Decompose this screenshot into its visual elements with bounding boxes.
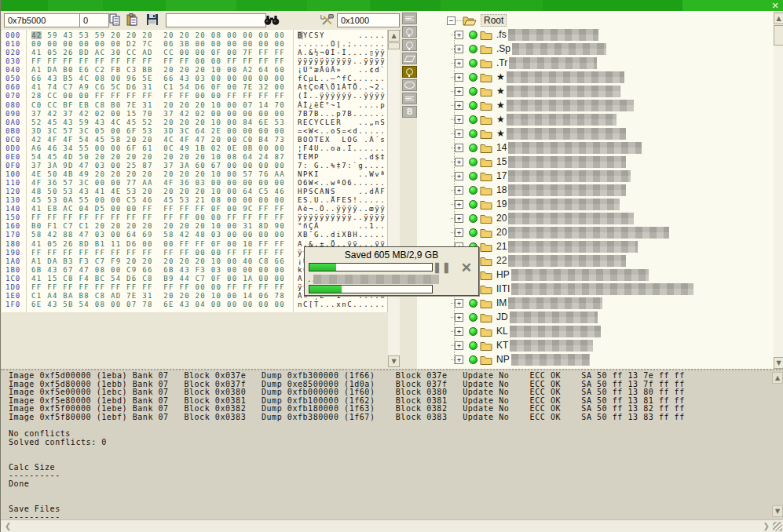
tree-root-row[interactable]: − Root xyxy=(447,13,507,27)
hex-bytes[interactable]: 3D 3C 57 3C 05 00 6F 53 3D 3C 64 2E 00 0… xyxy=(31,127,292,136)
expand-icon[interactable]: + xyxy=(455,129,463,138)
hex-bytes[interactable]: FF FF FF FF FF FF FF FF FF FF 00 00 FF F… xyxy=(31,57,292,66)
hex-ascii[interactable]: BOOTEX LOG .À´s xyxy=(298,136,387,144)
hex-bytes[interactable]: 48 50 53 43 41 4E 53 20 20 20 20 10 00 6… xyxy=(31,188,292,196)
tree-item[interactable]: +.Tr xyxy=(451,56,597,70)
expand-icon[interactable]: + xyxy=(455,228,463,237)
hex-bytes[interactable]: 42 59 43 53 59 20 20 20 20 20 20 08 00 0… xyxy=(31,31,292,40)
tree-item[interactable]: +★ xyxy=(451,126,626,140)
hex-ascii[interactable]: ÀÌ¿ëÈ°~1 ....p xyxy=(298,101,387,110)
hex-ascii[interactable]: ¦F4U..oa.I...... xyxy=(298,144,387,153)
tree-item[interactable]: +IITI xyxy=(451,282,693,296)
log-scroll-down-icon[interactable]: ▼ xyxy=(772,505,783,517)
expand-icon[interactable]: + xyxy=(455,355,463,364)
hex-row[interactable]: 1004E 50 4B 49 20 20 20 20 20 20 20 10 0… xyxy=(2,170,387,179)
dialog-close-icon[interactable]: ✕ xyxy=(461,260,472,276)
offset-input[interactable] xyxy=(79,13,109,27)
tree-item[interactable]: +★ xyxy=(451,98,634,112)
hex-row[interactable]: 02041 05 26 BD AC 30 CC AD CC 00 00 0F 0… xyxy=(2,49,387,57)
tree-item[interactable]: +17 xyxy=(451,169,631,183)
tree-scrollbar[interactable] xyxy=(774,13,783,369)
hex-row[interactable]: 0C042 4F 4F 54 45 58 20 20 4C 4F 47 20 0… xyxy=(2,136,387,144)
resize-grip[interactable] xyxy=(773,522,782,531)
tree-item[interactable]: +★ xyxy=(451,84,620,98)
hex-bytes[interactable]: 41 E8 AC 04 D5 00 00 FF FF FF FF 0F 00 9… xyxy=(31,205,292,213)
hex-ascii[interactable]: NPKI ..Wvª xyxy=(298,170,387,179)
hex-ascii[interactable]: AtÇ©Æ\Ö1ÁTÖ..~2. xyxy=(298,83,387,92)
hex-ascii[interactable]: (Ì..ÿÿÿÿÿÿ..ÿÿÿÿ xyxy=(298,92,387,100)
hex-bytes[interactable]: 41 05 26 BD AC 30 CC AD CC 00 00 0F 00 7… xyxy=(31,49,292,57)
hex-bytes[interactable]: A1 DA B0 E6 C2 FB C3 BB 20 20 20 10 00 A… xyxy=(31,66,292,75)
hex-bytes[interactable]: 28 CC 00 00 FF FF FF FF FF FF 00 00 FF F… xyxy=(31,92,292,100)
paste-icon[interactable] xyxy=(125,13,139,27)
hex-ascii[interactable]: fCµL..–^fC...... xyxy=(298,75,387,83)
tree-item[interactable]: +20 xyxy=(451,211,634,225)
hex-bytes[interactable]: 58 42 88 47 03 00 64 69 58 42 48 03 00 0… xyxy=(31,231,292,239)
expand-icon[interactable]: + xyxy=(455,327,463,336)
hex-bytes[interactable]: 00 00 00 00 00 00 D2 7C 06 3B 00 00 00 0… xyxy=(31,40,292,49)
side-button-letter-b[interactable]: B xyxy=(402,106,417,118)
hex-bytes[interactable]: A1 DA B3 F3 C7 F9 20 20 20 20 20 10 00 4… xyxy=(31,257,292,266)
pause-icon[interactable]: ❚❚ xyxy=(433,261,452,273)
expand-icon[interactable]: + xyxy=(455,101,463,110)
hex-row[interactable]: 14041 E8 AC 04 D5 00 00 FF FF FF FF 0F 0… xyxy=(2,205,387,213)
hex-scroll-thumb[interactable] xyxy=(388,42,400,49)
hex-row[interactable]: 160B0 F1 C7 C1 20 20 20 20 20 20 20 10 0… xyxy=(2,222,387,231)
hex-row[interactable]: 040A1 DA B0 E6 C2 FB C3 BB 20 20 20 10 0… xyxy=(2,66,387,75)
side-button-bulb[interactable] xyxy=(402,26,417,38)
hex-scroll-up-icon[interactable]: ▲ xyxy=(388,30,400,42)
hex-row[interactable]: 030FF FF FF FF FF FF FF FF FF FF 00 00 F… xyxy=(2,57,387,66)
hex-row[interactable]: 09037 42 37 42 02 00 15 70 37 42 02 00 0… xyxy=(2,110,387,118)
tree-item[interactable]: +15 xyxy=(451,155,626,169)
tree-item[interactable]: +★ xyxy=(451,70,624,84)
hex-ascii[interactable]: 7: G..%‡7:`g.... xyxy=(298,162,387,170)
hex-ascii[interactable]: XBˆG..diXBH..... xyxy=(298,231,387,239)
hex-bytes[interactable]: A6 46 34 55 00 00 6F 61 0C 49 1B 02 0E 0… xyxy=(31,144,292,153)
hex-scroll-down-icon[interactable]: ▼ xyxy=(388,355,400,367)
expand-icon[interactable]: + xyxy=(455,186,463,195)
tree-item[interactable]: +.Sp xyxy=(451,42,606,56)
expand-icon[interactable]: + xyxy=(455,115,463,124)
hex-row[interactable]: 0F037 3A 9D 47 03 00 25 87 37 3A 60 67 0… xyxy=(2,162,387,170)
scroll-left-icon[interactable]: ❮ xyxy=(5,522,11,530)
hex-ascii[interactable]: ......Ò|.;...... xyxy=(298,40,387,49)
side-button-parallelogram[interactable] xyxy=(402,53,417,64)
hex-row[interactable]: 06041 74 C7 A9 C6 5C D6 31 C1 54 D6 0F 0… xyxy=(2,83,387,92)
expand-icon[interactable]: + xyxy=(455,158,463,166)
hex-bytes[interactable]: 37 42 37 42 02 00 15 70 37 42 02 00 00 0… xyxy=(31,110,292,118)
tools-icon[interactable] xyxy=(320,13,335,27)
address-input[interactable] xyxy=(4,13,81,27)
block-size-input[interactable] xyxy=(337,13,400,27)
tree-item[interactable]: +IM xyxy=(451,296,602,310)
tree-item[interactable]: +★ xyxy=(451,112,617,126)
expand-icon[interactable]: + xyxy=(455,31,463,39)
tree-scroll-up-icon[interactable]: ▲ xyxy=(774,13,783,24)
hex-ascii[interactable]: ÿÿÿÿÿÿÿÿÿÿ..ÿÿÿÿ xyxy=(298,57,387,66)
tree-item[interactable]: +KT xyxy=(451,338,593,352)
scroll-right-icon[interactable]: ❯ xyxy=(763,522,770,530)
hex-row[interactable]: 13045 53 0A 55 00 00 C5 46 45 53 21 08 0… xyxy=(2,196,387,205)
expand-icon[interactable]: + xyxy=(455,73,463,82)
hex-ascii[interactable]: ÿÿÿÿÿÿÿÿÿÿ..ÿÿÿÿ xyxy=(298,213,387,222)
hex-bytes[interactable]: 6E 43 5B 54 08 00 07 78 6E 43 04 00 00 0… xyxy=(31,301,292,309)
expand-icon[interactable]: + xyxy=(455,341,463,350)
log-scroll-up-icon[interactable]: ▲ xyxy=(772,372,783,384)
tree-item[interactable]: +18 xyxy=(451,183,626,197)
hex-row[interactable]: 17058 42 88 47 03 00 64 69 58 42 48 03 0… xyxy=(2,231,387,239)
copy-icon[interactable] xyxy=(108,13,122,27)
hex-ascii[interactable]: RECYCLER ..„nS xyxy=(298,118,387,127)
horizontal-scrollbar[interactable]: ❮ ❯ xyxy=(1,519,783,532)
hex-ascii[interactable]: ¡Ú°æÂûÃ» ..¢d` xyxy=(298,66,387,75)
save-icon[interactable] xyxy=(145,13,159,27)
hex-row[interactable]: 150FF FF FF FF FF FF FF FF FF FF 00 00 F… xyxy=(2,213,387,222)
hex-bytes[interactable]: B0 F1 C7 C1 20 20 20 20 20 20 20 10 00 3… xyxy=(31,222,292,231)
hex-bytes[interactable]: 42 4F 4F 54 45 58 20 20 4C 4F 47 20 00 C… xyxy=(31,136,292,144)
hex-ascii[interactable]: BYCSY ..... xyxy=(298,31,387,40)
window-close-icon[interactable]: ✕ xyxy=(770,0,781,11)
hex-ascii[interactable]: Aè¬.Õ..ÿÿÿÿ..œÿÿ xyxy=(298,205,387,213)
hex-ascii[interactable]: °ñÇÁ ..1.. xyxy=(298,222,387,231)
side-button-menu-lines[interactable] xyxy=(402,93,417,104)
hex-ascii[interactable]: O6W<..wªO6...... xyxy=(298,179,387,188)
hex-bytes[interactable]: 45 53 0A 55 00 00 C5 46 45 53 21 08 00 0… xyxy=(31,196,292,205)
hex-bytes[interactable]: 41 74 C7 A9 C6 5C D6 31 C1 54 D6 0F 00 7… xyxy=(31,83,292,92)
